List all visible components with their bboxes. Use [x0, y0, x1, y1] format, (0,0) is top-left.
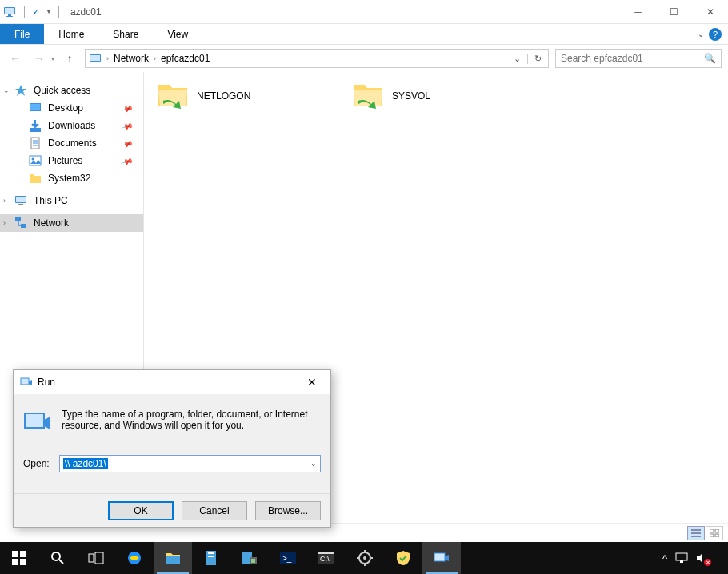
taskbar-app-settings[interactable] — [346, 542, 384, 574]
minimize-button[interactable]: ─ — [620, 0, 656, 24]
chevron-right-icon[interactable]: › — [105, 54, 110, 62]
sidebar-system32[interactable]: System32 — [0, 169, 143, 187]
svg-rect-25 — [710, 534, 714, 537]
run-cancel-button[interactable]: Cancel — [182, 501, 247, 520]
run-titlebar[interactable]: Run ✕ — [14, 370, 330, 394]
taskbar-app-security[interactable] — [384, 542, 422, 574]
close-button[interactable]: ✕ — [692, 0, 728, 24]
svg-rect-1 — [5, 8, 14, 14]
title-bar: ✓ ▼ azdc01 ─ ☐ ✕ — [0, 0, 728, 24]
taskbar-explorer[interactable] — [154, 542, 192, 574]
volume-tray-icon[interactable]: ✕ — [696, 552, 709, 564]
svg-rect-26 — [715, 534, 719, 537]
expand-icon[interactable]: › — [3, 219, 6, 227]
dropdown-icon[interactable]: ⌄ — [310, 460, 317, 468]
svg-rect-5 — [90, 55, 100, 61]
ribbon-tab-file[interactable]: File — [0, 24, 44, 44]
ribbon-tab-share[interactable]: Share — [98, 24, 153, 44]
sidebar-quick-access[interactable]: ⌄ Quick access — [0, 82, 143, 99]
chevron-right-icon[interactable]: › — [152, 54, 158, 62]
computer-icon — [14, 194, 27, 207]
svg-rect-8 — [30, 104, 40, 110]
address-dropdown-icon[interactable]: ⌄ — [514, 54, 521, 64]
sidebar-label: Network — [34, 217, 69, 229]
qat-dropdown-icon[interactable]: ▼ — [46, 8, 52, 15]
taskbar-app-run[interactable] — [422, 542, 461, 574]
breadcrumb-location[interactable]: epfcazdc01 — [158, 53, 213, 64]
network-share-icon — [155, 80, 190, 112]
folder-item-sysvol[interactable]: SYSVOL — [350, 80, 526, 112]
sidebar-documents[interactable]: Documents 📌 — [0, 134, 143, 152]
run-input-value[interactable]: \\ azdc01\ — [63, 458, 108, 469]
sidebar-label: Documents — [48, 138, 97, 149]
tray-overflow-icon[interactable]: ^ — [662, 552, 667, 564]
details-view-button[interactable] — [687, 526, 705, 540]
search-input[interactable] — [561, 53, 704, 64]
forward-button[interactable]: → — [30, 50, 48, 67]
sidebar-label: Quick access — [34, 85, 90, 96]
pin-icon: 📌 — [121, 137, 134, 149]
help-icon[interactable]: ? — [709, 28, 722, 41]
svg-rect-29 — [12, 551, 18, 557]
documents-icon — [29, 137, 42, 149]
svg-rect-27 — [21, 378, 29, 385]
svg-rect-30 — [20, 551, 26, 557]
pin-icon: 📌 — [121, 102, 134, 114]
pictures-icon — [29, 154, 42, 167]
start-button[interactable] — [0, 542, 38, 574]
run-ok-button[interactable]: OK — [108, 501, 174, 520]
up-button[interactable]: ↑ — [61, 50, 78, 67]
ribbon-tab-home[interactable]: Home — [44, 24, 98, 44]
pin-icon: 📌 — [121, 154, 134, 167]
svg-line-34 — [59, 560, 63, 564]
qat-properties-icon[interactable]: ✓ — [30, 6, 42, 18]
sidebar-this-pc[interactable]: › This PC — [0, 192, 143, 209]
search-icon[interactable]: 🔍 — [704, 53, 716, 64]
svg-rect-3 — [6, 16, 13, 17]
svg-rect-58 — [680, 560, 683, 563]
search-box[interactable]: 🔍 — [555, 49, 722, 68]
run-big-icon — [23, 409, 52, 437]
app-icon — [3, 6, 16, 18]
ribbon-tab-view[interactable]: View — [153, 24, 202, 44]
nav-bar: ← → ▾ ↑ › Network › epfcazdc01 ⌄ ↻ 🔍 — [0, 45, 728, 72]
recent-locations-icon[interactable]: ▾ — [51, 55, 54, 62]
ribbon: File Home Share View ⌄ ? — [0, 24, 728, 45]
folder-item-netlogon[interactable]: NETLOGON — [155, 80, 331, 112]
svg-marker-6 — [15, 85, 26, 96]
expand-icon[interactable]: › — [3, 197, 6, 205]
run-input[interactable]: \\ azdc01\ ⌄ — [59, 455, 321, 472]
svg-rect-35 — [89, 554, 94, 562]
run-browse-button[interactable]: Browse... — [255, 501, 321, 520]
svg-rect-32 — [20, 559, 26, 565]
svg-rect-57 — [676, 553, 687, 560]
search-button[interactable] — [38, 542, 77, 574]
ribbon-expand-icon[interactable]: ⌄ — [698, 30, 704, 38]
task-view-button[interactable] — [77, 542, 115, 574]
taskbar-app-servermanager[interactable] — [230, 542, 269, 574]
address-bar[interactable]: › Network › epfcazdc01 ⌄ ↻ — [85, 49, 549, 68]
show-desktop-button[interactable] — [722, 542, 725, 574]
expand-icon[interactable]: ⌄ — [3, 86, 10, 94]
run-title-text: Run — [38, 377, 55, 388]
taskbar-app-cmd[interactable]: C:\ — [307, 542, 346, 574]
network-tray-icon[interactable] — [675, 552, 688, 564]
run-close-button[interactable]: ✕ — [300, 376, 324, 389]
sidebar-pictures[interactable]: Pictures 📌 — [0, 152, 143, 169]
sidebar-downloads[interactable]: Downloads 📌 — [0, 117, 143, 134]
thumbnails-view-button[interactable] — [706, 526, 723, 540]
maximize-button[interactable]: ☐ — [656, 0, 692, 24]
sidebar-desktop[interactable]: Desktop 📌 — [0, 99, 143, 117]
taskbar-app-powershell[interactable]: >_ — [269, 542, 307, 574]
breadcrumb-network[interactable]: Network — [110, 53, 152, 64]
taskbar-app-server[interactable] — [192, 542, 230, 574]
back-button[interactable]: ← — [6, 50, 24, 67]
svg-rect-13 — [30, 156, 41, 165]
network-share-icon — [350, 80, 386, 112]
sidebar-network[interactable]: › Network — [0, 214, 143, 232]
refresh-button[interactable]: ↻ — [527, 54, 542, 64]
svg-rect-40 — [208, 552, 214, 554]
folder-label: NETLOGON — [194, 89, 254, 103]
taskbar-ie[interactable] — [115, 542, 154, 574]
svg-rect-17 — [18, 204, 23, 205]
